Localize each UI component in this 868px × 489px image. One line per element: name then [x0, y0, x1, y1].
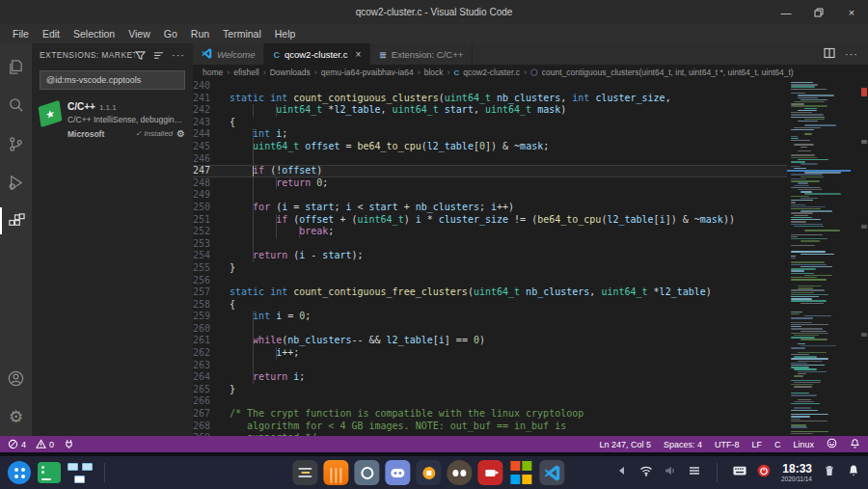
code-line-244[interactable]: 244 int i; — [193, 128, 868, 141]
code-line-251[interactable]: 251 if (offset + (uint64_t) i * cluster_… — [193, 214, 868, 227]
discord-app[interactable] — [385, 460, 410, 485]
gimp-app[interactable] — [447, 460, 472, 485]
account-icon[interactable] — [0, 359, 32, 397]
code-line-245[interactable]: 245 uint64_t offset = be64_to_cpu(l2_tab… — [193, 141, 868, 153]
line-number[interactable]: 240 — [193, 80, 220, 93]
app-grid-launcher[interactable] — [8, 461, 31, 484]
bell-icon[interactable] — [847, 464, 860, 481]
line-number[interactable]: 256 — [193, 275, 220, 287]
menu-selection[interactable]: Selection — [67, 26, 122, 41]
line-number[interactable]: 262 — [193, 347, 220, 360]
line-number[interactable]: 267 — [193, 408, 220, 421]
line-number[interactable]: 252 — [193, 226, 220, 238]
extension-list-item[interactable]: ★ C/C++ 1.1.1 C/C++ IntelliSense, debugg… — [32, 95, 193, 147]
code-line-260[interactable]: 260 — [193, 323, 868, 336]
search-icon[interactable] — [0, 86, 32, 124]
code-line-264[interactable]: 264 return i; — [193, 371, 868, 384]
recorder-app[interactable] — [477, 460, 502, 485]
menu-edit[interactable]: Edit — [36, 26, 67, 41]
menu-view[interactable]: View — [122, 26, 157, 41]
line-number[interactable]: 254 — [193, 250, 220, 262]
line-number[interactable]: 242 — [193, 104, 220, 117]
menu-file[interactable]: File — [6, 26, 36, 41]
tab-extension-c-c-[interactable]: ≣Extension: C/C++ — [370, 43, 473, 65]
breadcrumb-file[interactable]: qcow2-cluster.c — [463, 68, 520, 77]
code-line-263[interactable]: 263 — [193, 360, 868, 372]
code-line-248[interactable]: 248 return 0; — [193, 177, 868, 190]
notifications-bell-icon[interactable] — [850, 438, 860, 450]
problems-warnings[interactable]: 0 — [36, 439, 54, 449]
line-number[interactable]: 248 — [193, 177, 220, 190]
line-number[interactable]: 251 — [193, 214, 220, 227]
code-line-243[interactable]: 243{ — [193, 117, 868, 129]
code-line-257[interactable]: 257static int count_contiguous_free_clus… — [193, 286, 868, 299]
breadcrumb-item-efishell[interactable]: efishell — [233, 68, 258, 77]
code-line-267[interactable]: 267/* The crypt function is compatible w… — [193, 408, 868, 421]
menu-lines-icon[interactable] — [688, 464, 701, 481]
line-number[interactable]: 258 — [193, 299, 220, 312]
collapse-arrow-icon[interactable] — [615, 464, 629, 481]
status-os-indicator[interactable]: Linux — [793, 440, 814, 449]
code-line-266[interactable]: 266 — [193, 395, 868, 408]
line-number[interactable]: 245 — [193, 141, 220, 153]
microsoft-app[interactable] — [508, 460, 533, 485]
line-number[interactable]: 241 — [193, 93, 220, 105]
breadcrumb-symbol[interactable]: count_contiguous_clusters(uint64_t, int,… — [542, 68, 794, 77]
settings-gear-icon[interactable]: ⚙ — [0, 397, 32, 436]
tray-clock[interactable]: 18:332020/11/14 — [781, 463, 812, 483]
tab-close-icon[interactable]: × — [355, 49, 361, 60]
volume-icon[interactable] — [664, 464, 677, 481]
joplin-app[interactable] — [416, 460, 441, 485]
code-line-259[interactable]: 259 int i = 0; — [193, 311, 868, 323]
menu-go[interactable]: Go — [157, 26, 184, 41]
files-app[interactable] — [292, 460, 317, 485]
trash-icon[interactable] — [823, 464, 836, 481]
breadcrumb-item-home[interactable]: home — [203, 68, 223, 77]
tab-welcome[interactable]: Welcome — [193, 43, 264, 65]
close-icon[interactable]: × — [835, 0, 868, 24]
code-line-246[interactable]: 246 — [193, 153, 868, 166]
run-debug-icon[interactable] — [0, 163, 32, 202]
code-line-247[interactable]: 247 if (!offset) — [193, 165, 868, 177]
more-actions-icon[interactable]: ··· — [172, 53, 185, 57]
restore-icon[interactable] — [802, 0, 835, 24]
line-number[interactable]: 244 — [193, 128, 220, 141]
teamviewer-app[interactable] — [354, 460, 379, 485]
clear-list-icon[interactable] — [153, 50, 164, 61]
menu-run[interactable]: Run — [184, 26, 216, 41]
breadcrumb-item-downloads[interactable]: Downloads — [270, 68, 311, 77]
terminal-launcher[interactable] — [38, 462, 61, 483]
minimap[interactable] — [787, 80, 868, 436]
code-line-253[interactable]: 253 — [193, 238, 868, 251]
power-red-icon[interactable] — [757, 464, 771, 481]
line-number[interactable]: 247 — [193, 165, 220, 177]
line-number[interactable]: 255 — [193, 262, 220, 275]
code-line-254[interactable]: 254 return (i - start); — [193, 250, 868, 262]
keyboard-icon[interactable] — [733, 464, 746, 481]
line-number[interactable]: 260 — [193, 323, 220, 336]
tab-qcow2-cluster-c[interactable]: Cqcow2-cluster.c× — [264, 43, 370, 65]
status-cursor-position[interactable]: Ln 247, Col 5 — [599, 440, 651, 449]
code-line-268[interactable]: 268 algorithm for < 4 GB images. NOTE: o… — [193, 421, 868, 433]
code-editor[interactable]: 240241static int count_contiguous_cluste… — [193, 80, 868, 436]
filter-icon[interactable] — [135, 50, 146, 61]
line-number[interactable]: 253 — [193, 238, 220, 251]
extensions-search-input[interactable]: @id:ms-vscode.cpptools — [40, 70, 185, 90]
line-number[interactable]: 243 — [193, 117, 220, 129]
status-indentation[interactable]: Spaces: 4 — [664, 440, 702, 449]
line-number[interactable]: 250 — [193, 202, 220, 214]
problems-errors[interactable]: 4 — [8, 439, 26, 449]
code-line-261[interactable]: 261 while(nb_clusters-- && l2_table[i] =… — [193, 335, 868, 347]
status-encoding[interactable]: UTF-8 — [715, 440, 740, 449]
code-line-256[interactable]: 256 — [193, 275, 868, 287]
line-number[interactable]: 266 — [193, 395, 220, 408]
breadcrumb-item-block[interactable]: block — [424, 68, 444, 77]
line-number[interactable]: 261 — [193, 335, 220, 347]
line-number[interactable]: 268 — [193, 421, 220, 433]
code-line-265[interactable]: 265} — [193, 384, 868, 396]
vscode-app-active[interactable] — [539, 460, 564, 485]
breadcrumb-item-qemu-ia64-pvaibhav-ia64[interactable]: qemu-ia64-pvaibhav-ia64 — [321, 68, 414, 77]
code-line-258[interactable]: 258{ — [193, 299, 868, 312]
line-number[interactable]: 263 — [193, 360, 220, 372]
status-language-mode[interactable]: C — [774, 440, 781, 449]
